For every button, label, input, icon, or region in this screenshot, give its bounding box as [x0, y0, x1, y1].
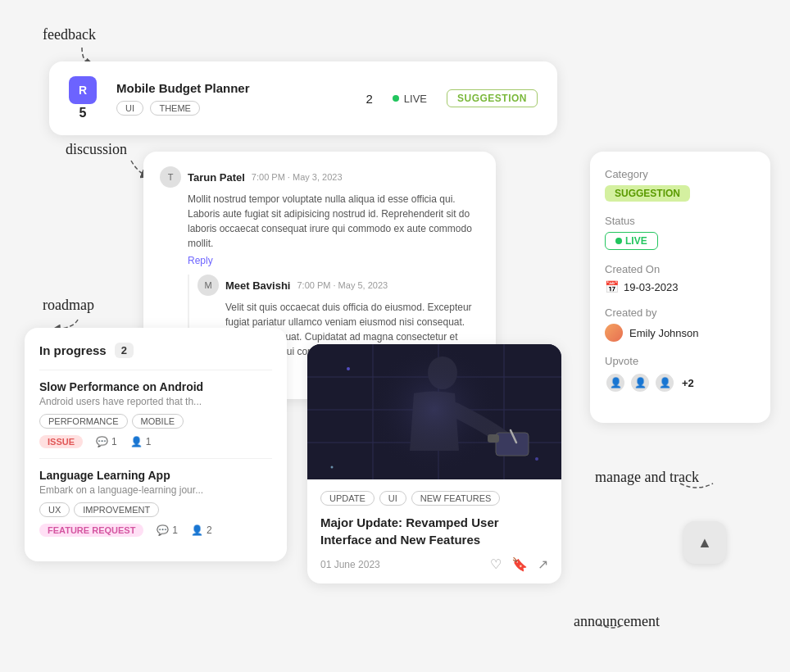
svg-point-14 — [331, 466, 334, 469]
feedback-tags: UI THEME — [116, 100, 250, 116]
tag-ux[interactable]: UX — [39, 502, 70, 517]
upvote-section: Upvote 👤 👤 👤 +2 — [605, 355, 756, 393]
svg-point-11 — [369, 344, 500, 475]
tag-mobile[interactable]: MOBILE — [132, 414, 184, 429]
upvote-avatar-1: 👤 — [605, 372, 626, 393]
comment-count: 2 — [365, 92, 372, 106]
tag-ui[interactable]: UI — [116, 101, 143, 116]
status-value: LIVE — [605, 232, 658, 250]
upvote-avatars[interactable]: 👤 👤 👤 +2 — [605, 372, 756, 393]
roadmap-title: In progress — [39, 343, 107, 357]
label-manage: manage and track — [595, 469, 699, 486]
status-live: LIVE — [393, 93, 427, 105]
upvote-label: Upvote — [605, 355, 756, 367]
roadmap-item-2[interactable]: Language Learning App Embark on a langua… — [39, 458, 272, 547]
vote-count: 5 — [79, 106, 87, 120]
ann-tag-ui[interactable]: UI — [379, 491, 406, 506]
nested-author: Meet Bavishi — [225, 279, 290, 292]
nested-time: 7:00 PM · May 5, 2023 — [297, 280, 388, 290]
created-by-label: Created by — [605, 306, 756, 319]
vote-column[interactable]: R 5 — [69, 76, 97, 120]
badge-issue: ISSUE — [39, 435, 83, 448]
category-value: SUGGESTION — [605, 185, 690, 202]
comment-icon-2: 💬 — [157, 524, 169, 536]
category-badge: SUGGESTION — [447, 89, 538, 107]
announcement-svg — [307, 344, 561, 479]
announcement-actions: ♡ 🔖 ↗ — [490, 556, 548, 572]
created-on-section: Created On 📅 19-03-2023 — [605, 263, 756, 293]
feedback-title: Mobile Budget Planner — [116, 81, 250, 95]
comment-1-header: T Tarun Patel 7:00 PM · May 3, 2023 — [160, 166, 479, 188]
item-2-tags: UX IMPROVEMENT — [39, 502, 272, 517]
person-icon-2: 👤 — [191, 524, 203, 536]
item-2-meta: FEATURE REQUEST 💬 1 👤 2 — [39, 524, 272, 537]
comment-1-time: 7:00 PM · May 3, 2023 — [252, 172, 343, 182]
item-2-desc: Embark on a language-learning jour... — [39, 484, 272, 496]
tag-theme[interactable]: THEME — [150, 101, 200, 116]
manage-track-card: Category SUGGESTION Status LIVE Created … — [590, 152, 770, 423]
status-section: Status LIVE — [605, 215, 756, 250]
item-1-title: Slow Performance on Android — [39, 380, 272, 393]
announcement-footer: 01 June 2023 ♡ 🔖 ↗ — [307, 556, 561, 572]
status-text: LIVE — [404, 93, 427, 105]
creator-row: Emily Johnson — [605, 324, 756, 342]
created-on-label: Created On — [605, 263, 756, 275]
nested-comment-header: M Meet Bavishi 7:00 PM · May 5, 2023 — [198, 275, 479, 296]
category-label: Category — [605, 168, 756, 180]
status-label: Status — [605, 215, 756, 227]
upvote-avatar-2: 👤 — [629, 372, 651, 393]
feedback-card: R 5 Mobile Budget Planner UI THEME 2 LIV… — [49, 61, 557, 135]
svg-point-13 — [535, 457, 538, 461]
chevron-up-icon: ▲ — [697, 534, 712, 552]
creator-avatar — [605, 324, 623, 342]
calendar-icon: 📅 — [605, 280, 619, 293]
share-icon[interactable]: ↗ — [538, 556, 548, 572]
tag-improvement[interactable]: IMPROVEMENT — [74, 502, 159, 517]
feedback-icon: R — [69, 76, 97, 104]
item-1-desc: Android users have reported that th... — [39, 396, 272, 407]
upvote-plus: +2 — [682, 377, 694, 389]
bookmark-icon[interactable]: 🔖 — [511, 556, 528, 572]
badge-feature: FEATURE REQUEST — [39, 524, 143, 537]
reply-1-link[interactable]: Reply — [188, 255, 479, 266]
announcement-date: 01 June 2023 — [320, 559, 380, 570]
item-1-assignees: 👤 1 — [130, 436, 152, 447]
created-on-value: 19-03-2023 — [624, 281, 679, 293]
created-on-row: 📅 19-03-2023 — [605, 280, 756, 293]
upvote-avatar-3: 👤 — [654, 372, 675, 393]
comment-1-author: Tarun Patel — [188, 171, 245, 184]
created-by-section: Created by Emily Johnson — [605, 306, 756, 342]
status-dot — [615, 238, 622, 244]
comment-icon: 💬 — [96, 436, 108, 447]
tag-performance[interactable]: PERFORMANCE — [39, 414, 128, 429]
label-feedback: feedback — [43, 26, 96, 43]
announcement-body: UPDATE UI NEW FEATURES Major Update: Rev… — [307, 479, 561, 548]
comment-1-text: Mollit nostrud tempor voluptate nulla al… — [188, 192, 479, 251]
svg-point-12 — [347, 367, 350, 370]
announcement-tags: UPDATE UI NEW FEATURES — [320, 491, 548, 506]
item-1-meta: ISSUE 💬 1 👤 1 — [39, 435, 272, 448]
roadmap-header: In progress 2 — [39, 343, 272, 358]
label-discussion: discussion — [66, 141, 127, 158]
heart-icon[interactable]: ♡ — [490, 556, 502, 572]
person-icon: 👤 — [130, 436, 143, 447]
label-roadmap: roadmap — [43, 297, 94, 314]
creator-name: Emily Johnson — [629, 327, 699, 339]
roadmap-card: In progress 2 Slow Performance on Androi… — [25, 328, 287, 561]
item-1-tags: PERFORMANCE MOBILE — [39, 414, 272, 429]
item-2-assignees: 👤 2 — [191, 524, 212, 536]
roadmap-count: 2 — [115, 343, 134, 358]
avatar-meet: M — [198, 275, 219, 296]
item-1-comments: 💬 1 — [96, 436, 117, 447]
announcement-image — [307, 344, 561, 479]
live-dot — [393, 95, 399, 102]
announcement-card: UPDATE UI NEW FEATURES Major Update: Rev… — [307, 344, 561, 583]
ann-tag-update[interactable]: UPDATE — [320, 491, 375, 506]
category-section: Category SUGGESTION — [605, 168, 756, 202]
roadmap-item-1[interactable]: Slow Performance on Android Android user… — [39, 370, 272, 458]
item-2-title: Language Learning App — [39, 469, 272, 482]
scroll-top-button[interactable]: ▲ — [683, 521, 726, 564]
feedback-title-group: Mobile Budget Planner UI THEME — [116, 81, 250, 116]
announcement-title: Major Update: Revamped User Interface an… — [320, 514, 548, 548]
ann-tag-features[interactable]: NEW FEATURES — [411, 491, 501, 506]
